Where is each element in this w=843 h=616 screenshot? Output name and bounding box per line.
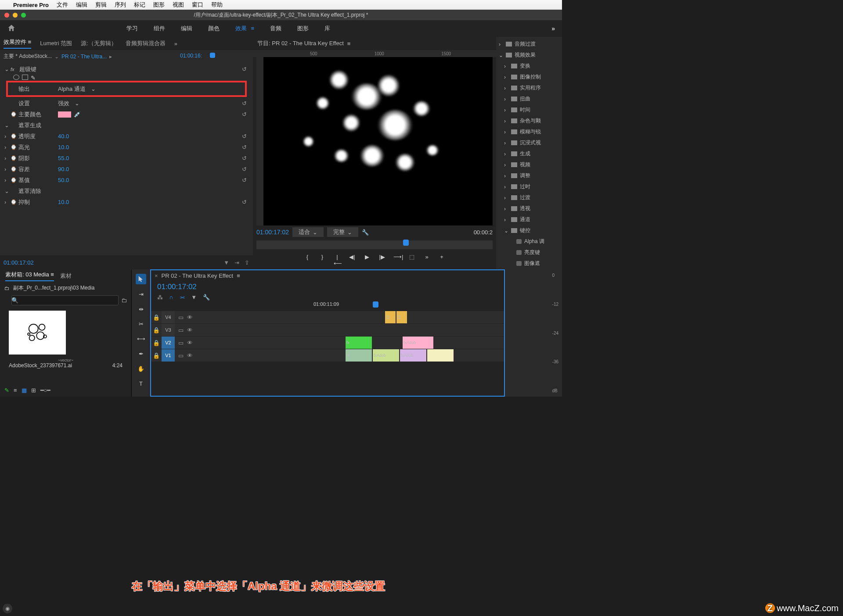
- reset-icon[interactable]: ↺: [242, 166, 247, 172]
- workspace-learn[interactable]: 学习: [126, 25, 138, 32]
- effects-tree-row[interactable]: ›过渡: [496, 192, 562, 203]
- home-icon[interactable]: [7, 24, 16, 34]
- reset-icon[interactable]: ↺: [242, 199, 247, 205]
- reset-icon[interactable]: ↺: [242, 133, 247, 140]
- menu-window[interactable]: 窗口: [192, 1, 203, 9]
- panel-menu-icon[interactable]: ≡: [237, 272, 240, 279]
- rect-mask-icon[interactable]: [22, 75, 28, 80]
- ec-current-tc[interactable]: 01:00:17:02: [4, 259, 34, 266]
- marker-icon[interactable]: ▼: [191, 294, 197, 301]
- effects-tree-row[interactable]: ›实用程序: [496, 82, 562, 93]
- menu-marker[interactable]: 标记: [134, 1, 145, 9]
- lock-icon[interactable]: 🔒: [151, 352, 162, 359]
- hand-tool-icon[interactable]: ✋: [136, 363, 146, 374]
- tab-source[interactable]: 源:（无剪辑）: [81, 39, 117, 47]
- mark-in-icon[interactable]: {: [304, 254, 311, 267]
- reset-icon[interactable]: ↺: [242, 144, 247, 150]
- mask-shapes[interactable]: ✎: [13, 75, 253, 80]
- bin-tab-media[interactable]: 素材: [60, 272, 72, 280]
- snap-icon[interactable]: ⁂: [157, 294, 163, 301]
- eye-icon[interactable]: 👁: [187, 327, 193, 333]
- effects-tree-row[interactable]: ›变换: [496, 61, 562, 72]
- menu-help[interactable]: 帮助: [211, 1, 223, 9]
- clip[interactable]: 交: [385, 311, 396, 323]
- panel-menu-icon[interactable]: ≡: [347, 40, 351, 47]
- param-pedestal[interactable]: ›⌚ 基值 50.0 ↺: [0, 175, 253, 186]
- param-output[interactable]: 输出 Alpha 通道: [8, 83, 245, 94]
- menu-graphics[interactable]: 图形: [153, 1, 165, 9]
- effects-tree-row[interactable]: ›杂色与颗: [496, 115, 562, 126]
- reset-icon[interactable]: ↺: [242, 66, 247, 72]
- workspace-libraries[interactable]: 库: [324, 25, 330, 32]
- tab-audio-mixer[interactable]: 音频剪辑混合器: [126, 39, 166, 47]
- track-v4[interactable]: 🔒 V4 ▭👁 交 交: [151, 311, 504, 323]
- reset-icon[interactable]: ↺: [242, 111, 247, 118]
- effects-tree-row[interactable]: ›扭曲: [496, 93, 562, 104]
- program-scrubber[interactable]: [256, 240, 493, 249]
- go-to-in-icon[interactable]: |⟵: [334, 254, 341, 267]
- toggle-icon[interactable]: ⇥: [234, 259, 239, 266]
- timeline-ruler[interactable]: 01:00:11:09: [151, 301, 504, 311]
- track-v2[interactable]: 🔒 V2 ▭👁 fx fx Adob: [151, 337, 504, 349]
- effect-ultra-key[interactable]: ⌄fx 超级键 ↺: [0, 64, 253, 75]
- reset-icon[interactable]: ↺: [242, 155, 247, 161]
- param-key-color[interactable]: ⌚ 主要颜色 💉 ↺: [0, 109, 253, 120]
- tab-overflow-icon[interactable]: »: [174, 40, 177, 47]
- workspace-menu-icon[interactable]: ≡: [251, 25, 255, 32]
- play-icon[interactable]: ▶: [364, 254, 371, 267]
- magnet-icon[interactable]: ∩: [169, 294, 173, 301]
- tab-lumetri-scopes[interactable]: Lumetri 范围: [40, 39, 72, 47]
- eye-icon[interactable]: 👁: [187, 352, 193, 359]
- effects-tree-row[interactable]: ›图像控制: [496, 72, 562, 82]
- filter-bin-icon[interactable]: 🗀: [121, 297, 127, 304]
- group-matte-cleanup[interactable]: ⌄ 遮罩清除: [0, 186, 253, 197]
- close-window-icon[interactable]: [4, 13, 9, 18]
- setting-dropdown[interactable]: 强效: [58, 100, 79, 107]
- eye-icon[interactable]: 👁: [187, 314, 193, 321]
- ec-sequence-clip[interactable]: PR 02 - The Ultra...: [61, 54, 107, 60]
- pen-icon[interactable]: ✎: [4, 387, 9, 394]
- toggle-output-icon[interactable]: ▭: [178, 340, 184, 346]
- clip[interactable]: fx Adob: [373, 349, 399, 362]
- lock-icon[interactable]: 🔒: [151, 314, 162, 321]
- bin-thumbnail[interactable]: [9, 311, 66, 355]
- ellipse-mask-icon[interactable]: [13, 75, 19, 80]
- eye-icon[interactable]: 👁: [187, 340, 193, 346]
- effects-tree-row[interactable]: ›通道: [496, 214, 562, 225]
- go-to-out-icon[interactable]: ⟶|: [393, 254, 400, 267]
- clip[interactable]: fx Adob: [403, 337, 433, 349]
- menu-edit[interactable]: 编辑: [76, 1, 87, 9]
- close-sequence-icon[interactable]: ×: [155, 272, 158, 279]
- more-icon[interactable]: »: [423, 254, 430, 267]
- timeline-tc[interactable]: 01:00:17:02: [151, 281, 504, 293]
- razor-tool-icon[interactable]: ✂: [136, 319, 146, 329]
- playhead-icon[interactable]: [210, 53, 215, 58]
- effects-tree-row[interactable]: ›过时: [496, 181, 562, 192]
- effects-tree-row[interactable]: ›生成: [496, 148, 562, 159]
- group-matte-generation[interactable]: ⌄ 遮罩生成: [0, 120, 253, 131]
- effects-tree-row[interactable]: ⌄视频效果: [496, 50, 562, 61]
- effects-tree-row[interactable]: ›模糊与锐: [496, 126, 562, 137]
- track-v1[interactable]: 🔒 V1 ▭👁 fx fx Adob fx Adob: [151, 349, 504, 362]
- bin-item-name[interactable]: AdobeStock_237397671.ai: [9, 362, 72, 369]
- effects-tree-row[interactable]: ›视频: [496, 159, 562, 170]
- workspace-overflow-icon[interactable]: »: [551, 25, 555, 32]
- mark-out-icon[interactable]: }: [319, 254, 326, 267]
- bin-search-input[interactable]: [11, 295, 119, 305]
- toggle-output-icon[interactable]: ▭: [178, 314, 184, 321]
- resolution-dropdown[interactable]: 完整: [327, 227, 358, 237]
- playhead-icon[interactable]: [403, 240, 409, 246]
- ripple-edit-tool-icon[interactable]: ⇹: [136, 304, 146, 314]
- param-setting[interactable]: 设置 强效 ↺: [0, 98, 253, 109]
- workspace-audio[interactable]: 音频: [270, 25, 281, 32]
- clip[interactable]: fx: [346, 337, 372, 349]
- type-tool-icon[interactable]: T: [136, 378, 146, 389]
- effects-tree-row[interactable]: ›调整: [496, 170, 562, 181]
- slip-tool-icon[interactable]: ⟷: [136, 333, 146, 344]
- export-icon[interactable]: ⇪: [245, 259, 249, 266]
- lift-icon[interactable]: ⬚: [408, 254, 415, 267]
- freeform-view-icon[interactable]: ⊞: [31, 387, 36, 394]
- maximize-window-icon[interactable]: [21, 13, 26, 18]
- bin-path[interactable]: 🗀 副本_Pr_0...fect_1.prproj\03 Media: [0, 283, 131, 294]
- linked-selection-icon[interactable]: ⫘: [179, 294, 185, 301]
